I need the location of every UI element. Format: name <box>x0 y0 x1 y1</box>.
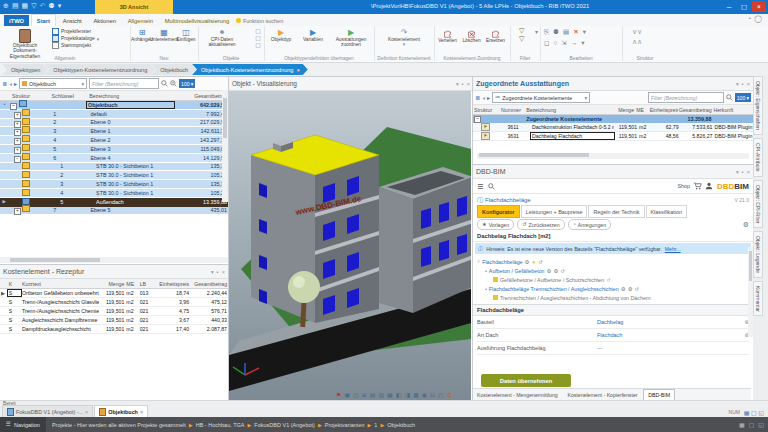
goto-icon[interactable]: → <box>571 39 578 47</box>
close-tab-icon[interactable]: × <box>140 409 143 415</box>
zoom-level-select[interactable]: 100▾ <box>735 93 751 102</box>
assigned-hscrollbar[interactable] <box>477 153 749 159</box>
close-panel-icon[interactable]: × <box>747 169 750 175</box>
property-value-link[interactable]: Flachdach <box>597 332 622 338</box>
back-icon[interactable]: ◂ <box>482 95 485 101</box>
help-icon[interactable]: ◔ <box>747 15 751 23</box>
texture-icon[interactable]: ▦ <box>387 391 393 398</box>
checkbox-stack-icon[interactable]: ▢▢▢ <box>255 28 261 49</box>
section-icon[interactable]: ▤ <box>370 391 376 398</box>
tab-objekttypen-kostenelementzuordnung[interactable]: Objekttypen-Kostenelementzuordnung <box>44 64 155 75</box>
loeschen-button[interactable]: Löschen <box>460 27 483 43</box>
gear-icon[interactable]: ⚙ <box>743 221 749 229</box>
assigned-header[interactable]: Struktur Nummer Bezeichnung Menge ME Ein… <box>473 105 753 115</box>
recipe-row[interactable]: S Ausgleichsschicht Dampfbremse 119,501 … <box>0 316 228 325</box>
side-tab-objekt-eigenschaften[interactable]: Objekt: Eigenschaften <box>753 76 763 135</box>
layers-icon[interactable]: ▥ <box>378 391 384 398</box>
unterelement-button[interactable]: ▦ Unterelement <box>153 27 175 42</box>
close-tab-icon[interactable]: × <box>85 409 88 415</box>
delete-x-icon[interactable]: ✕ <box>573 28 578 36</box>
tab-objektbuch-kostenelementzuordnung[interactable]: Objektbuch-Kostenelementzuordnung ● <box>192 64 308 75</box>
recipe-row[interactable]: S Trenn-/Ausgleichsschicht Chemiefa 119,… <box>0 307 228 316</box>
copy-icon[interactable]: ⎘ <box>544 28 549 36</box>
variablen-button[interactable]: ▶ Variablen <box>298 27 328 42</box>
user-icon[interactable]: ⚉ <box>48 2 54 9</box>
tree-view-icon[interactable]: ≣ <box>475 95 480 101</box>
goto-dropdown-icon[interactable]: ▾ <box>581 39 584 47</box>
options-icon[interactable]: ◯ <box>754 15 762 23</box>
new-document-icon[interactable]: ▦ <box>22 2 29 9</box>
grid-icon[interactable]: ⊞ <box>362 391 367 398</box>
einfuegen-button[interactable]: ◫ Einfügen <box>176 27 196 42</box>
config-tree-item[interactable]: Trennschichten / Ausgleichsschichten - A… <box>477 293 749 302</box>
shading-icon[interactable]: ◫ <box>353 391 359 398</box>
delete-dropdown-icon[interactable]: ▾ <box>583 28 586 36</box>
forward-icon[interactable]: ▸ <box>487 95 490 101</box>
tab-pin-icon[interactable]: ● <box>296 67 299 73</box>
forward-icon[interactable]: ▸ <box>14 81 17 87</box>
tab-klassifikation[interactable]: Klassifikation <box>646 205 687 218</box>
pin-icon[interactable]: ▪ <box>742 81 744 87</box>
gear-icon[interactable]: ⚙ <box>547 268 552 274</box>
undo-icon[interactable]: ↶ <box>40 2 46 9</box>
settings-icon[interactable]: ⚙ <box>447 391 452 398</box>
pin-icon[interactable]: ▪ <box>217 269 219 275</box>
recipe-row[interactable]: S Trenn-/Ausgleichsschicht Glasvlies 119… <box>0 298 228 307</box>
3d-viewport[interactable]: www.DBD-BIM.de ⚑ ▣ ◫ ⊞ ▤ ▥ ▦ ◧ ◨ ▩ ◉ ⊡ ◰… <box>229 91 471 400</box>
undo-icon[interactable]: ↺ <box>560 268 564 274</box>
component-link[interactable]: Flachdachbeläge <box>485 197 531 203</box>
tree-row[interactable]: + 7 Ebene 5 435,01 <box>0 207 228 216</box>
contextual-tab-3d-ansicht[interactable]: 3D Ansicht <box>95 0 173 14</box>
close-panel-icon[interactable]: × <box>747 81 750 87</box>
panel-menu-icon[interactable]: ▾ <box>736 169 739 175</box>
recipe-row[interactable]: S Dampfdruckausgleichsschicht 119,501 m2… <box>0 325 228 334</box>
zuruecksetzen-button[interactable]: ↺Zurücksetzen <box>517 219 565 230</box>
layout-icons[interactable]: ▦ ▢ ◱ <box>744 409 764 416</box>
config-tree-item[interactable]: • Flachdachbeläge Trennschichten / Ausgl… <box>477 284 749 293</box>
side-tab-cpi-attribute[interactable]: CPI-Attribute <box>753 138 763 177</box>
assigned-view-select[interactable]: ≔ Zugeordnete Kostenelemente▾ <box>492 92 590 103</box>
panel-menu-icon[interactable]: ▾ <box>736 81 739 87</box>
tree-view-icon[interactable]: ≣ <box>2 81 7 87</box>
gear-icon[interactable]: ⚙ <box>553 268 558 274</box>
projektfenster-button[interactable]: Projektfenster <box>52 28 99 35</box>
user-small-icon[interactable]: ⚉ <box>553 28 559 36</box>
tree-row[interactable]: 2 STB 30.0 - Sichtbeton 1 105,25 <box>0 171 228 180</box>
zoom-level-select[interactable]: 100▾ <box>179 79 195 88</box>
search-small-icon[interactable]: ○ <box>553 39 557 47</box>
filter-dropdown-icon[interactable]: ▾ <box>535 28 538 35</box>
search-icon[interactable] <box>726 94 733 101</box>
filter-icon[interactable]: ▽ <box>31 2 36 9</box>
objekttyp-button[interactable]: ▶ Objekttyp <box>266 27 296 42</box>
daten-uebernehmen-button[interactable]: Daten übernehmen <box>481 374 571 387</box>
config-tree-item[interactable]: Gefällebetone / Aufbetone / Schutzschich… <box>477 275 749 284</box>
tab-regeln-der-technik[interactable]: Regeln der Technik <box>588 205 644 218</box>
panel-menu-icon[interactable]: ▾ <box>456 81 459 87</box>
object-tree-view-select[interactable]: Objektbuch▾ <box>19 78 87 89</box>
config-tree-item[interactable]: • Aufbeton / Gefällebeton ⚙ ⚙ ↺ <box>477 266 749 275</box>
screenshot-icon[interactable]: ⊡ <box>430 391 435 398</box>
assigned-row[interactable]: F 3631 Dachbelag Flachdach 119,501 m2 48… <box>473 132 753 141</box>
verteilen-button[interactable]: Verteilen <box>436 27 459 43</box>
close-panel-icon[interactable]: × <box>467 81 470 87</box>
tab-mengenermittlung[interactable]: Kostenelement - Mengenermittlung <box>473 390 562 400</box>
menu-icon[interactable]: ☰ <box>477 183 483 190</box>
property-value-link[interactable]: Dachbelag <box>597 319 623 325</box>
lock-icon[interactable]: ◻ <box>544 39 549 47</box>
anregungen-button[interactable]: ◔Anregungen <box>568 219 611 230</box>
app-menu-icon[interactable]: ⊕ <box>3 2 9 9</box>
cart-icon[interactable] <box>693 182 702 190</box>
search-icon[interactable] <box>488 183 495 190</box>
account-icon[interactable] <box>705 182 713 190</box>
assigned-group-row[interactable]: − Zugeordnete Kostenelemente 13.359,88 <box>473 115 753 123</box>
qat-customize-icon[interactable]: ▾ <box>58 2 62 9</box>
minimize-button[interactable]: ─ <box>722 1 736 12</box>
tab-objektbuch[interactable]: Objektbuch <box>151 64 196 75</box>
project-path-breadcrumb[interactable]: Projekte - Hier werden alle aktiven Proj… <box>46 422 415 428</box>
tab-leistungen-baupreise[interactable]: Leistungen + Baupreise <box>521 205 588 218</box>
navigation-button[interactable]: ☰ Navigation <box>0 417 46 432</box>
projektkataloge-button[interactable]: Projektkataloge ▾ <box>52 35 99 42</box>
funnel-icon[interactable]: ▽▽ <box>519 27 524 43</box>
star-icon[interactable]: ★ <box>531 259 536 265</box>
render-icon[interactable]: ▩ <box>413 391 419 398</box>
